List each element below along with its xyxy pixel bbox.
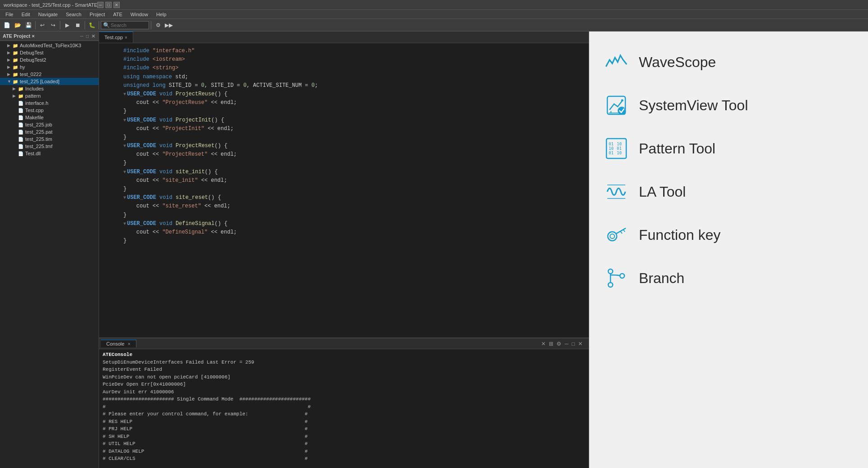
sidebar-title: ATE Project × (3, 33, 35, 39)
console-btn-clear[interactable]: ✕ (540, 341, 547, 347)
console-btn-copy[interactable]: ⊞ (548, 341, 554, 347)
toolbar-btn-redo[interactable]: ↪ (48, 20, 58, 30)
code-content: #include <iostream> (123, 55, 585, 64)
chevron-icon: ▼ (7, 79, 12, 84)
line-number (103, 133, 116, 142)
latool-icon (603, 178, 630, 205)
tool-item-branch[interactable]: Branch (594, 256, 863, 300)
editor-scrollbar-h[interactable] (99, 334, 589, 338)
sidebar-item-testcpp[interactable]: 📄 Test.cpp (0, 107, 99, 114)
line-number (103, 125, 116, 133)
sidebar-item-debugtest2[interactable]: ▶ 📁 DebugTest2 (0, 56, 99, 63)
toolbar-btn-stop[interactable]: ⏹ (73, 20, 83, 30)
tool-item-functionkey[interactable]: Function key (594, 213, 863, 256)
tree-label: test_0222 (20, 72, 41, 77)
tab-console[interactable]: Console × (101, 340, 136, 347)
line-number (103, 237, 116, 245)
line-number (103, 202, 116, 211)
code-content: } (123, 237, 585, 245)
menu-edit[interactable]: Edit (18, 11, 34, 18)
tab-close-icon[interactable]: × (125, 35, 127, 40)
console-line: # SH HELP # (103, 433, 585, 441)
code-line: ▼USER_CODE void ProjectReset() { (99, 142, 589, 150)
console-tab-close[interactable]: × (127, 341, 130, 346)
toolbar-btn-debug[interactable]: 🐛 (87, 20, 97, 30)
sidebar-item-dll[interactable]: 📄 Test.dll (0, 150, 99, 157)
console-tab-label: Console (106, 341, 124, 346)
line-number (103, 168, 116, 176)
menu-project[interactable]: Project (86, 11, 108, 18)
sidebar-item-pattern[interactable]: ▶ 📁 pattern (0, 92, 99, 99)
console-btn-minimize[interactable]: ─ (564, 341, 570, 347)
toolbar-btn-open[interactable]: 📂 (13, 20, 23, 30)
tree-label: test_225.tmf (25, 144, 53, 149)
tool-item-wavescope[interactable]: WaveScope (594, 40, 863, 84)
sidebar-item-automixed[interactable]: ▶ 📁 AutoMixedTest_ToFlex10K3 (0, 42, 99, 49)
toolbar-btn-save[interactable]: 💾 (23, 20, 33, 30)
sidebar-header: ATE Project × ─ □ ✕ (0, 32, 99, 41)
line-number (103, 90, 116, 99)
sidebar-item-tmf[interactable]: 📄 test_225.tmf (0, 143, 99, 150)
toolbar-btn-settings[interactable]: ⚙ (153, 20, 163, 30)
console-scrollbar-h[interactable] (99, 464, 589, 468)
search-input[interactable] (111, 22, 147, 28)
minimize-button[interactable]: ─ (97, 2, 104, 8)
menu-search[interactable]: Search (62, 11, 85, 18)
console-output[interactable]: ATEConsole SetupDiEnumDeviceInterfaces F… (99, 349, 589, 464)
sidebar-item-test225[interactable]: ▼ 📁 test_225 [Loaded] (0, 78, 99, 85)
console-line: PcieDev Open Err[0x41000006] (103, 381, 585, 388)
console-btn-close[interactable]: ✕ (577, 341, 583, 347)
console-line: # DATALOG HELP # (103, 448, 585, 455)
toolbar-btn-new[interactable]: 📄 (2, 20, 12, 30)
code-line: } (99, 133, 589, 142)
tool-item-pattern[interactable]: 01 10 01 10 01 10 Pattern Tool (594, 127, 863, 170)
search-icon: 🔍 (103, 22, 110, 28)
sidebar-btn-close[interactable]: ✕ (90, 34, 96, 39)
toolbar-btn-build[interactable]: ▶ (62, 20, 72, 30)
menu-file[interactable]: File (2, 11, 17, 18)
maximize-button[interactable]: □ (105, 2, 112, 8)
toolbar: 📄 📂 💾 ↩ ↪ ▶ ⏹ 🐛 🔍 ⚙ ▶▶ (0, 19, 868, 32)
code-editor[interactable]: #include "interface.h" #include <iostrea… (99, 43, 589, 334)
sidebar-item-interfaceh[interactable]: 📄 interface.h (0, 99, 99, 107)
menu-help[interactable]: Help (153, 11, 170, 18)
main-layout: ATE Project × ─ □ ✕ ▶ 📁 AutoMixedTest_To… (0, 32, 868, 468)
console-btn-maximize[interactable]: □ (571, 341, 576, 347)
tool-item-systemview[interactable]: SystemView Tool (594, 84, 863, 127)
toolbar-btn-undo[interactable]: ↩ (37, 20, 47, 30)
svg-point-14 (610, 234, 615, 238)
close-button[interactable]: ✕ (113, 2, 120, 8)
sidebar-btn-maximize[interactable]: □ (85, 34, 90, 39)
code-line: } (99, 185, 589, 194)
tool-item-latool[interactable]: LA Tool (594, 170, 863, 213)
menu-window[interactable]: Window (127, 11, 152, 18)
search-box[interactable]: 🔍 (101, 21, 149, 29)
sidebar-btn-collapse[interactable]: ─ (79, 34, 84, 39)
sidebar-item-includes[interactable]: ▶ 📁 Includes (0, 85, 99, 92)
sidebar-item-tim[interactable]: 📄 test_225.tim (0, 135, 99, 143)
sidebar-item-pat[interactable]: 📄 test_225.pat (0, 128, 99, 135)
code-line: #include "interface.h" (99, 47, 589, 55)
menu-ate[interactable]: ATE (109, 11, 126, 18)
functionkey-icon (603, 221, 630, 248)
tree-label: Includes (25, 86, 44, 91)
folder-icon: 📁 (18, 86, 23, 91)
console-tabs: Console × ✕ ⊞ ⚙ ─ □ ✕ (99, 338, 589, 349)
sidebar-item-test0222[interactable]: ▶ 📁 test_0222 (0, 71, 99, 78)
line-number (103, 185, 116, 194)
svg-text:10: 10 (617, 151, 622, 155)
sidebar-header-controls: ─ □ ✕ (79, 34, 96, 39)
menu-navigate[interactable]: Navigate (35, 11, 61, 18)
toolbar-btn-run[interactable]: ▶▶ (164, 20, 174, 30)
svg-text:01: 01 (609, 151, 614, 155)
console-btn-settings[interactable]: ⚙ (556, 341, 562, 347)
svg-line-16 (623, 230, 625, 232)
sidebar-item-debugtest[interactable]: ▶ 📁 DebugTest (0, 49, 99, 56)
chevron-icon: ▶ (7, 58, 12, 62)
sidebar-item-hy[interactable]: ▶ 📁 hy (0, 63, 99, 71)
sidebar-item-makefile[interactable]: 📄 Makefile (0, 114, 99, 121)
toolbar-sep-4 (99, 21, 99, 29)
tab-testcpp[interactable]: Test.cpp × (99, 32, 133, 43)
sidebar-item-job[interactable]: 📄 test_225.job (0, 121, 99, 128)
tool-label-pattern: Pattern Tool (639, 140, 715, 157)
